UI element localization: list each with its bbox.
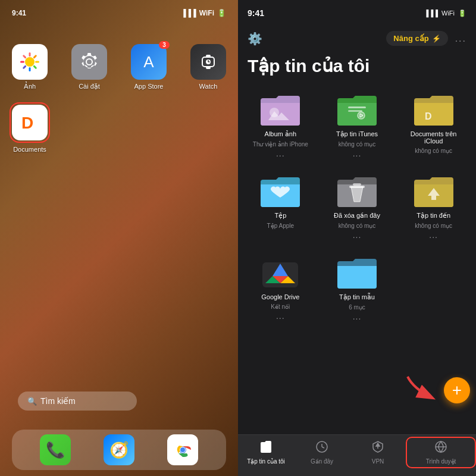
files-row-3: Google Drive Kết nối ··· Tập tin mẫu 6 m… (245, 251, 469, 327)
home-screen: 9:41 ▐▐▐ WiFi 🔋 (0, 0, 238, 476)
app-item-documents[interactable]: D Documents (6, 102, 54, 153)
docs-page-title: Tập tin của tôi (248, 55, 466, 76)
incoming-dots[interactable]: ··· (429, 232, 438, 242)
settings-label: Cài đặt (79, 83, 100, 90)
svg-line-42 (322, 447, 324, 448)
header-actions: Nâng cấp ⚡ ... (386, 31, 466, 46)
photos-label: Ảnh (24, 83, 36, 90)
svg-point-20 (180, 447, 185, 452)
itunes-sub: không có mục (339, 141, 376, 148)
file-item-icloud[interactable]: D Documents trên iCloud không có mục (398, 88, 469, 164)
app-item-photos[interactable]: Ảnh (6, 44, 54, 90)
documents-label: Documents (13, 146, 46, 153)
svg-rect-4 (33, 65, 37, 69)
file-item-itunes[interactable]: Tập tin iTunes không có mục ··· (322, 88, 393, 164)
sample-name: Tập tin mẫu (339, 293, 375, 301)
search-icon: 🔍 (27, 397, 37, 406)
gdrive-name: Google Drive (261, 293, 299, 300)
docs-status-icons: ▐▐▐ WiFi 🔋 (424, 10, 466, 17)
file-item-gdrive[interactable]: Google Drive Kết nối ··· (245, 251, 316, 327)
files-row-2: Tệp Tệp Apple Đã xóa gần đây không có mụ… (245, 170, 469, 245)
status-time: 9:41 (12, 9, 26, 17)
photos-app-icon (12, 44, 48, 80)
fab-add-button[interactable]: + (444, 377, 470, 403)
gdrive-sub: Kết nối (271, 303, 290, 310)
search-bar[interactable]: 🔍 Tìm kiếm (18, 392, 137, 411)
tab-recent[interactable]: Gần đây (294, 440, 350, 465)
gear-icon[interactable]: ⚙️ (248, 32, 262, 46)
dock-item-chrome[interactable] (167, 434, 198, 465)
file-item-album[interactable]: Album ảnh Thư viện ảnh iPhone ··· (245, 88, 316, 164)
signal-icon: ▐▐▐ (181, 9, 196, 17)
docs-status-bar: 9:41 ▐▐▐ WiFi 🔋 (238, 0, 476, 26)
docs-wifi-icon: WiFi (441, 10, 455, 17)
docs-signal-icon: ▐▐▐ (424, 10, 438, 17)
icloud-name: Documents trên iCloud (402, 130, 465, 145)
safari-icon: 🧭 (104, 434, 134, 465)
album-sub: Thư viện ảnh iPhone (253, 141, 308, 148)
itunes-dots[interactable]: ··· (353, 151, 362, 160)
watch-label: Watch (199, 83, 218, 90)
dock-item-phone[interactable]: 📞 (40, 434, 71, 465)
album-dots[interactable]: ··· (276, 151, 285, 160)
fab-plus-icon: + (452, 381, 462, 400)
home-dock: 📞 🧭 (12, 430, 226, 470)
app-item-appstore[interactable]: A 3 App Store (125, 44, 173, 90)
documents-wrapper: D (10, 102, 50, 143)
svg-rect-1 (29, 52, 31, 57)
tab-vpn-label: VPN (372, 458, 384, 465)
itunes-icon (336, 92, 378, 127)
tab-browser[interactable]: Trình duyệt (406, 437, 476, 468)
svg-point-25 (358, 112, 365, 119)
svg-rect-8 (23, 55, 27, 59)
svg-rect-7 (20, 61, 24, 63)
icloud-icon: D (413, 92, 455, 127)
documents-screen: 9:41 ▐▐▐ WiFi 🔋 ⚙️ Nâng cấp ⚡ ... Tập ti… (238, 0, 476, 476)
docs-header: ⚙️ Nâng cấp ⚡ ... (238, 26, 476, 53)
album-name: Album ảnh (265, 130, 296, 138)
apple-files-icon (259, 173, 301, 209)
gdrive-dots[interactable]: ··· (276, 313, 285, 322)
docs-status-time: 9:41 (248, 8, 264, 18)
more-icon[interactable]: ... (455, 33, 466, 44)
file-item-incoming[interactable]: Tập tin đến không có mục ··· (398, 170, 469, 245)
tab-my-files-label: Tập tin của tôi (247, 458, 285, 465)
tab-recent-label: Gần đây (311, 458, 333, 465)
file-item-sample[interactable]: Tập tin mẫu 6 mục ··· (322, 251, 393, 327)
deleted-dots[interactable]: ··· (353, 232, 362, 242)
svg-text:D: D (21, 114, 33, 132)
file-item-deleted[interactable]: Đã xóa gần đây không có mục ··· (322, 170, 393, 245)
svg-rect-5 (29, 67, 31, 71)
wifi-icon: WiFi (199, 9, 214, 17)
album-icon (259, 92, 301, 127)
svg-rect-31 (353, 183, 361, 186)
appstore-badge: 3 (159, 41, 170, 49)
app-item-settings[interactable]: Cài đặt (65, 44, 113, 90)
watch-app-icon (190, 44, 226, 80)
tab-recent-icon (315, 440, 328, 456)
tab-my-files[interactable]: Tập tin của tôi (238, 440, 294, 465)
sample-dots[interactable]: ··· (353, 314, 362, 323)
search-container: 🔍 Tìm kiếm (18, 392, 220, 411)
svg-rect-23 (348, 107, 366, 108)
upgrade-button[interactable]: Nâng cấp ⚡ (386, 31, 447, 46)
app-item-watch[interactable]: Watch (184, 44, 232, 90)
upgrade-lightning-icon: ⚡ (432, 35, 441, 43)
dock-item-safari[interactable]: 🧭 (104, 434, 134, 465)
tab-vpn-icon (371, 440, 384, 456)
docs-battery-icon: 🔋 (458, 10, 466, 17)
appstore-label: App Store (134, 83, 164, 90)
itunes-name: Tập tin iTunes (336, 130, 378, 138)
upgrade-label: Nâng cấp (393, 34, 428, 43)
svg-marker-44 (376, 443, 380, 446)
icloud-sub: không có mục (415, 148, 452, 154)
sample-sub: 6 mục (349, 304, 365, 311)
status-icons: ▐▐▐ WiFi 🔋 (181, 9, 226, 17)
svg-point-0 (25, 57, 35, 67)
files-grid: Album ảnh Thư viện ảnh iPhone ··· (238, 83, 476, 434)
docs-title-area: Tập tin của tôi (238, 53, 476, 83)
tab-vpn[interactable]: VPN (350, 440, 406, 465)
file-item-files[interactable]: Tệp Tệp Apple (245, 170, 316, 245)
incoming-sub: không có mục (415, 223, 452, 229)
status-bar: 9:41 ▐▐▐ WiFi 🔋 (0, 0, 238, 26)
